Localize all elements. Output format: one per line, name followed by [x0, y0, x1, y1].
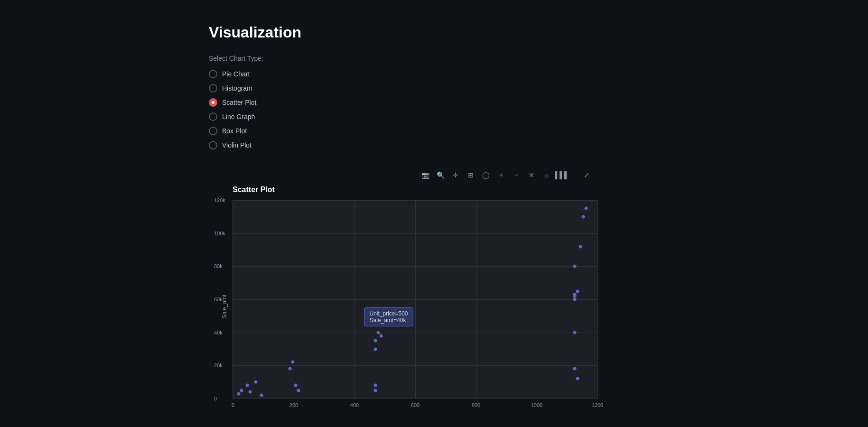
- radio-label-scatter: Scatter Plot: [222, 99, 256, 106]
- pan-btn[interactable]: ⊞: [464, 168, 477, 182]
- grid-v-6: [597, 200, 598, 399]
- radio-circle-scatter: [209, 98, 217, 107]
- radio-label-pie: Pie Chart: [222, 70, 250, 78]
- x-tick-0: 0: [232, 402, 234, 408]
- scatter-dot-24[interactable]: [585, 207, 588, 210]
- grid-v-1: [294, 200, 294, 399]
- radio-option-violin[interactable]: Violin Plot: [209, 141, 868, 149]
- scatter-dot-14[interactable]: [377, 331, 380, 334]
- fullscreen-btn[interactable]: ⤢: [580, 168, 593, 182]
- scatter-dot-12[interactable]: [374, 347, 377, 351]
- y-tick-3: 60k: [214, 297, 223, 302]
- radio-option-scatter[interactable]: Scatter Plot: [209, 98, 868, 107]
- scatter-dot-9[interactable]: [297, 389, 300, 392]
- y-tick-6: 120k: [214, 197, 225, 203]
- grid-v-0: [233, 200, 233, 399]
- scatter-dot-11[interactable]: [374, 384, 377, 387]
- radio-option-histogram[interactable]: Histogram: [209, 84, 868, 93]
- zoom-out-btn[interactable]: －: [510, 168, 523, 182]
- scatter-dot-15[interactable]: [380, 334, 383, 337]
- chart-area: Sale_amt 0 20k: [209, 200, 598, 413]
- zoom-in-btn[interactable]: ＋: [495, 168, 508, 182]
- scatter-dot-25[interactable]: [573, 367, 577, 371]
- scatter-dot-8[interactable]: [294, 384, 298, 387]
- chart-type-options: Pie ChartHistogramScatter PlotLine Graph…: [209, 70, 868, 149]
- scatter-dot-10[interactable]: [374, 389, 377, 392]
- scatter-dot-3[interactable]: [249, 390, 252, 394]
- x-tick-4: 800: [472, 402, 480, 408]
- grid-v-4: [476, 200, 476, 399]
- tooltip-line2: Sale_amt=40k: [369, 317, 408, 324]
- radio-circle-box: [209, 127, 217, 135]
- lasso-btn[interactable]: ◯: [479, 168, 493, 182]
- radio-circle-violin: [209, 141, 217, 149]
- scatter-dot-19[interactable]: [573, 265, 577, 268]
- scatter-dot-21[interactable]: [576, 289, 579, 293]
- scatter-dot-20[interactable]: [573, 293, 577, 296]
- scatter-dot-6[interactable]: [289, 367, 292, 371]
- scatter-dot-13[interactable]: [374, 339, 377, 343]
- crosshair-btn[interactable]: ✛: [449, 168, 462, 182]
- radio-label-histogram: Histogram: [222, 84, 252, 92]
- radio-circle-line: [209, 112, 217, 121]
- scatter-tooltip: Unit_price=500 Sale_amt=40k: [364, 307, 413, 326]
- grid-h-6: [233, 399, 597, 399]
- chart-plot: 0 20k 40k 60k 80k 100k 120k 0 200 400 60…: [233, 200, 598, 399]
- scatter-dot-26[interactable]: [576, 377, 579, 381]
- radio-option-box[interactable]: Box Plot: [209, 127, 868, 135]
- x-tick-5: 1000: [531, 402, 542, 408]
- page-title: Visualization: [209, 24, 868, 41]
- y-tick-1: 20k: [214, 362, 223, 368]
- grid-v-2: [355, 200, 355, 399]
- radio-option-pie[interactable]: Pie Chart: [209, 70, 868, 78]
- camera-btn[interactable]: 📷: [419, 168, 432, 182]
- scatter-dot-17[interactable]: [573, 298, 577, 301]
- y-tick-0: 0: [214, 396, 217, 401]
- scatter-dot-2[interactable]: [246, 384, 249, 387]
- select-chart-label: Select Chart Type:: [209, 55, 868, 62]
- spike-lines-btn[interactable]: ▌▌▌: [555, 168, 569, 182]
- radio-label-violin: Violin Plot: [222, 141, 252, 149]
- scatter-dot-22[interactable]: [579, 245, 582, 248]
- chart-title: Scatter Plot: [233, 186, 598, 194]
- scatter-dot-0[interactable]: [237, 392, 241, 395]
- scatter-dot-23[interactable]: [582, 215, 585, 218]
- radio-label-line: Line Graph: [222, 113, 255, 121]
- x-tick-6: 1200: [592, 402, 603, 408]
- radio-circle-pie: [209, 70, 217, 78]
- chart-toolbar: 📷 🔍 ✛ ⊞ ◯ ＋ － ✕ ⌂ ▌▌▌ ⤢: [209, 168, 598, 182]
- zoom-btn[interactable]: 🔍: [434, 168, 447, 182]
- scatter-dot-1[interactable]: [240, 389, 243, 392]
- tooltip-line1: Unit_price=500: [369, 310, 408, 317]
- radio-option-line[interactable]: Line Graph: [209, 112, 868, 121]
- y-tick-4: 80k: [214, 263, 223, 269]
- y-tick-2: 40k: [214, 330, 223, 335]
- grid-v-5: [537, 200, 537, 399]
- x-tick-3: 600: [411, 402, 420, 408]
- home-btn[interactable]: ⌂: [540, 168, 553, 182]
- radio-circle-histogram: [209, 84, 217, 93]
- radio-label-box: Box Plot: [222, 127, 247, 135]
- scatter-dot-16[interactable]: [573, 331, 577, 334]
- y-tick-5: 100k: [214, 231, 225, 236]
- scatter-dot-7[interactable]: [291, 361, 295, 364]
- x-tick-1: 200: [289, 402, 298, 408]
- x-tick-2: 400: [350, 402, 359, 408]
- reset-btn[interactable]: ✕: [525, 168, 538, 182]
- scatter-dot-4[interactable]: [254, 381, 258, 384]
- grid-v-3: [415, 200, 416, 399]
- scatter-dot-5[interactable]: [260, 394, 263, 397]
- chart-container: 📷 🔍 ✛ ⊞ ◯ ＋ － ✕ ⌂ ▌▌▌ ⤢ Scatter Plot Sal…: [209, 168, 598, 427]
